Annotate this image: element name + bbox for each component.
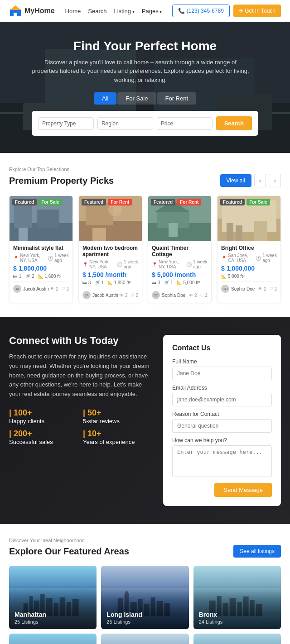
tab-for-sale[interactable]: For Sale [117,92,156,105]
rent-badge-2: For Rent [108,199,132,205]
svg-rect-18 [86,203,113,225]
property-features-1: 🛏 1 🚿 2 📐 1,600 ft² [13,274,69,279]
logo[interactable]: MyHome [9,5,55,17]
property-type-select[interactable]: Property Type [38,117,94,130]
price-select[interactable]: Price [157,117,213,130]
hero-section: Find Your Perfect Home Discover a place … [0,22,290,153]
sale-badge-4: For Sale [246,199,270,205]
agent-4: SD Sophia Doe [221,285,255,293]
area-name-longisland: Long Island [106,611,142,618]
contact-title: Connect with Us Today [9,335,152,347]
area-card-brooklyn[interactable]: Brooklyn 23 Listings [101,634,188,644]
hero-subtitle: Discover a place you'll love to call hom… [32,58,249,85]
property-card-3: Featured For Rent Quaint Timber Cottage … [148,196,212,303]
pin-icon-2: 📍 [82,262,88,267]
pin-icon: 📍 [13,256,19,261]
see-all-listings-button[interactable]: See all listings [233,545,281,558]
email-label: Email Address [172,385,272,391]
property-card-1: Featured For Sale Minimalist style flat … [9,196,73,303]
svg-rect-25 [169,223,178,237]
properties-title: Premium Property Picks [9,176,114,186]
property-title-2: Modern two bedroom apartment [82,245,138,258]
area-card-statenisland[interactable]: Staten Island 23 Listings [193,634,281,644]
prev-properties-button[interactable]: ‹ [254,174,266,187]
property-badges-3: Featured For Rent [151,199,201,205]
property-stats-2: 👁 2 ♡ 2 [119,293,138,298]
stat-experience: | 10+ Years of experience [83,429,152,445]
nav-listing[interactable]: Listing [114,8,134,14]
svg-rect-31 [254,221,267,241]
form-title: Contact Us [172,344,272,352]
region-select[interactable]: Region [97,117,153,130]
search-bar: Property Type Region Price Search [32,111,258,136]
property-card-body-3: Quaint Timber Cottage 📍 New York, NY, US… [148,241,211,303]
property-card-body-1: Minimalist style flat 📍 New York, NY, US… [10,241,72,296]
area-info-bronx: Bronx 24 Listings [199,611,223,625]
area-overlay-queens [9,634,97,644]
stat-num-2: | 50+ [83,408,152,418]
property-card-body-2: Modern two bedroom apartment 📍 New York,… [79,241,142,303]
phone-number: (123) 345-6789 [187,8,224,14]
svg-rect-15 [19,228,28,241]
message-textarea[interactable] [172,445,272,477]
area-listings-manhattan: 25 Listings [14,619,46,625]
next-properties-button[interactable]: › [269,174,281,187]
property-badges-1: Featured For Sale [12,199,62,205]
properties-actions: View all ‹ › [220,174,281,187]
send-message-button[interactable]: Send Message [214,483,272,497]
email-input[interactable] [172,393,272,406]
properties-section-label: Explore Our Top Selections [9,167,281,172]
area-card-manhattan[interactable]: Manhattan 25 Listings [9,566,97,629]
property-footer-3: SD Sophia Doe 👁 2 ♡ 2 [152,288,208,299]
tab-for-rent[interactable]: For Rent [157,92,197,105]
hero-tabs: All For Sale For Rent [32,92,258,105]
phone-icon: 📞 [178,8,185,14]
stat-label-4: Years of experience [83,439,152,445]
nav-pages[interactable]: Pages [142,8,162,14]
nav-search[interactable]: Search [88,8,106,14]
property-features-3: 🛏 3 🚿 1 📐 5,000 ft² [152,280,208,285]
property-title-1: Minimalist style flat [13,245,69,251]
area-info-manhattan: Manhattan 25 Listings [14,611,46,625]
stat-label-3: Successful sales [9,439,78,445]
reason-input[interactable] [172,419,272,433]
agent-avatar-4: SD [221,285,229,293]
property-price-4: $ 1,000,000 [221,265,277,272]
contact-left: Connect with Us Today Reach out to our t… [9,335,152,445]
svg-marker-1 [10,5,21,10]
areas-section: Discover Your Ideal Neighborhood Explore… [0,524,290,644]
view-all-properties-button[interactable]: View all [220,174,251,187]
property-location-4: 📍 San Jose, CA, USA 🕐 1 week ago [221,253,277,263]
send-icon: ✈ [239,8,245,14]
property-location-3: 📍 New York, NY, USA 🕐 1 week ago [152,259,208,269]
property-price-1: $ 1,800,000 [13,265,69,272]
pin-icon-4: 📍 [221,256,227,261]
property-stats-1: 👁 2 ♡ 2 [50,286,69,291]
get-in-touch-button[interactable]: ✈ Get In Touch [233,5,281,17]
nav-home[interactable]: Home [65,8,81,14]
message-label: How can we help you? [172,437,272,444]
property-image-1: Featured For Sale [10,196,72,241]
area-listings-bronx: 24 Listings [199,619,223,625]
properties-section-header: Premium Property Picks View all ‹ › [9,174,281,187]
reason-label: Reason for Contact [172,411,272,417]
stat-num-3: | 200+ [9,429,78,439]
nav-links: Home Search Listing Pages [65,8,162,14]
area-card-queens[interactable]: Queens 27 Listings [9,634,97,644]
nav-actions: 📞 (123) 345-6789 ✈ Get In Touch [172,5,281,17]
area-card-longisland[interactable]: Long Island 25 Listings [101,566,188,629]
full-name-input[interactable] [172,367,272,380]
featured-badge-3: Featured [151,199,175,205]
svg-rect-19 [92,228,106,241]
area-card-bronx[interactable]: Bronx 24 Listings [193,566,281,629]
areas-grid: Manhattan 25 Listings Long Island 25 Lis… [9,566,281,644]
phone-button[interactable]: 📞 (123) 345-6789 [172,5,229,17]
stat-reviews: | 50+ 5-star reviews [83,408,152,425]
search-button[interactable]: Search [216,116,252,130]
agent-avatar-1: JA [13,285,21,293]
tab-all[interactable]: All [94,92,116,105]
area-name-manhattan: Manhattan [14,611,46,618]
featured-badge: Featured [12,199,37,205]
property-image-3: Featured For Rent [148,196,211,241]
area-info-longisland: Long Island 25 Listings [106,611,142,625]
